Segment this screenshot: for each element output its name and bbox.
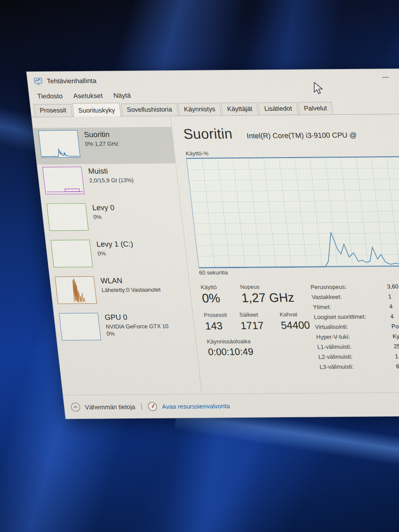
- window-title: Tehtävienhallinta: [47, 77, 97, 85]
- sidebar-item-sub2: 0%: [106, 330, 170, 337]
- handles-label: Kahvat: [279, 311, 309, 318]
- processes-value: 143: [204, 320, 241, 332]
- detail-value: 4: [390, 313, 394, 320]
- less-details-button[interactable]: Vähemmän tietoja: [84, 403, 135, 410]
- handles-value: 54400: [280, 319, 310, 332]
- sidebar-item-label: WLAN: [100, 276, 160, 286]
- sidebar-item-disk0[interactable]: Levy 0 0%: [41, 200, 184, 238]
- tab-sovellushistoria[interactable]: Sovellushistoria: [121, 103, 178, 116]
- menu-asetukset[interactable]: Asetukset: [67, 90, 108, 101]
- title-bar: Tehtävienhallinta —: [27, 68, 399, 91]
- sidebar-item-sub: Lähetetty:0 Vastaanotet: [101, 286, 161, 293]
- memory-sparkline: [42, 167, 84, 195]
- sidebar-item-gpu[interactable]: GPU 0 NVIDIA GeForce GTX 10 0%: [54, 310, 196, 347]
- sidebar-item-sub: NVIDIA GeForce GTX 10: [106, 323, 169, 330]
- detail-label: Hyper-V-tuki:: [316, 333, 393, 340]
- threads-value: 1717: [240, 319, 281, 332]
- uptime-label: Käynnissäoloaika: [207, 338, 312, 345]
- disk0-sparkline: [47, 203, 89, 231]
- detail-label: L3-välimuisti:: [319, 363, 397, 370]
- detail-label: Perusnopeus:: [310, 283, 387, 290]
- cpu-details-list: Perusnopeus:3,60 GHz Vastakkeet:1 Ytimet…: [310, 283, 399, 374]
- sidebar-item-cpu[interactable]: Suoritin 0% 1,27 GHz: [33, 127, 175, 165]
- sidebar-item-sub: 0%: [93, 214, 116, 220]
- cpu-usage-chart: [186, 155, 399, 267]
- sidebar-item-disk1[interactable]: Levy 1 (C:) 0%: [45, 236, 188, 274]
- detail-value: 256 kt: [394, 343, 399, 350]
- sidebar-item-label: Levy 0: [92, 203, 115, 212]
- tab-suorituskyky[interactable]: Suorituskyky: [72, 103, 121, 117]
- task-manager-icon: [33, 77, 43, 86]
- uptime-value: 0:00:10:49: [207, 346, 313, 358]
- wlan-sparkline: [55, 276, 97, 304]
- threads-label: Säikeet: [239, 311, 280, 318]
- sidebar-item-wlan[interactable]: WLAN Lähetetty:0 Vastaanotet: [49, 273, 192, 311]
- open-resource-monitor-link[interactable]: Avaa resurssienvalvonta: [162, 402, 230, 410]
- disk1-sparkline: [51, 240, 93, 268]
- menu-tiedosto[interactable]: Tiedosto: [31, 91, 69, 102]
- detail-value: 3,60 GHz: [387, 283, 399, 290]
- detail-label: L1-välimuisti:: [317, 343, 394, 350]
- pane-title: Suoritin: [182, 126, 233, 142]
- cpu-usage-line: [187, 156, 399, 268]
- usage-value: 0%: [201, 291, 242, 305]
- minimize-button[interactable]: —: [375, 71, 396, 83]
- detail-label: Ytimet:: [313, 303, 390, 310]
- menu-nayta[interactable]: Näytä: [107, 90, 137, 101]
- detail-value: Kyllä: [392, 333, 399, 340]
- speed-label: Nopeus: [240, 283, 293, 290]
- detail-label: Loogiset suorittimet:: [313, 313, 391, 320]
- detail-label: L2-välimuisti:: [318, 353, 395, 360]
- sidebar-item-label: Suoritin: [84, 130, 118, 139]
- detail-value: 4: [389, 303, 393, 310]
- detail-label: Vastakkeet:: [311, 293, 389, 300]
- footer-separator: |: [140, 402, 143, 411]
- processes-label: Prosessit: [204, 312, 240, 318]
- detail-value: Poistettu: [391, 323, 399, 330]
- footer-bar: Vähemmän tietoja | Avaa resurssienvalvon…: [63, 392, 399, 419]
- gpu-sparkline: [59, 313, 101, 341]
- sidebar-item-sub: 0% 1,27 GHz: [85, 140, 119, 147]
- sidebar-item-label: GPU 0: [104, 313, 168, 322]
- sidebar-item-sub: 2,0/15,9 Gt (13%): [89, 177, 134, 184]
- resource-monitor-icon[interactable]: [147, 401, 158, 411]
- chevron-up-icon[interactable]: [70, 402, 81, 412]
- chart-time-label: 60 sekuntia: [199, 267, 399, 276]
- cpu-detail-pane: Suoritin Intel(R) Core(TM) i3-9100 CPU @…: [170, 113, 399, 391]
- detail-value: 1: [388, 293, 392, 300]
- sidebar-item-sub: 0%: [97, 250, 135, 257]
- cpu-model: Intel(R) Core(TM) i3-9100 CPU @: [246, 131, 357, 140]
- minimize-icon: —: [382, 73, 389, 81]
- tab-kayttajat[interactable]: Käyttäjät: [221, 103, 259, 116]
- tab-palvelut[interactable]: Palvelut: [298, 102, 333, 115]
- sidebar-item-label: Levy 1 (C:): [96, 240, 133, 249]
- usage-label: Käyttö: [200, 284, 241, 291]
- task-manager-window: Tehtävienhallinta — Tiedosto Asetukset N…: [26, 68, 399, 419]
- tab-lisatiedot[interactable]: Lisätiedot: [258, 102, 298, 115]
- tab-prosessit[interactable]: Prosessit: [34, 104, 72, 117]
- sidebar-item-memory[interactable]: Muisti 2,0/15,9 Gt (13%): [37, 163, 180, 201]
- chart-y-label: Käyttö-%: [185, 148, 399, 157]
- speed-value: 1,27 GHz: [241, 291, 295, 305]
- detail-value: 6,0 Mt: [396, 363, 399, 369]
- detail-label: Virtualisointi:: [315, 323, 392, 330]
- cpu-sparkline: [38, 130, 80, 158]
- cpu-stats: Käyttö 0% Nopeus 1,27 GHz Prosessit 143: [200, 283, 315, 374]
- sidebar-item-label: Muisti: [88, 167, 133, 176]
- tab-kaynnistys[interactable]: Käynnistys: [178, 103, 221, 116]
- detail-value: 1,0 Mt: [394, 353, 399, 360]
